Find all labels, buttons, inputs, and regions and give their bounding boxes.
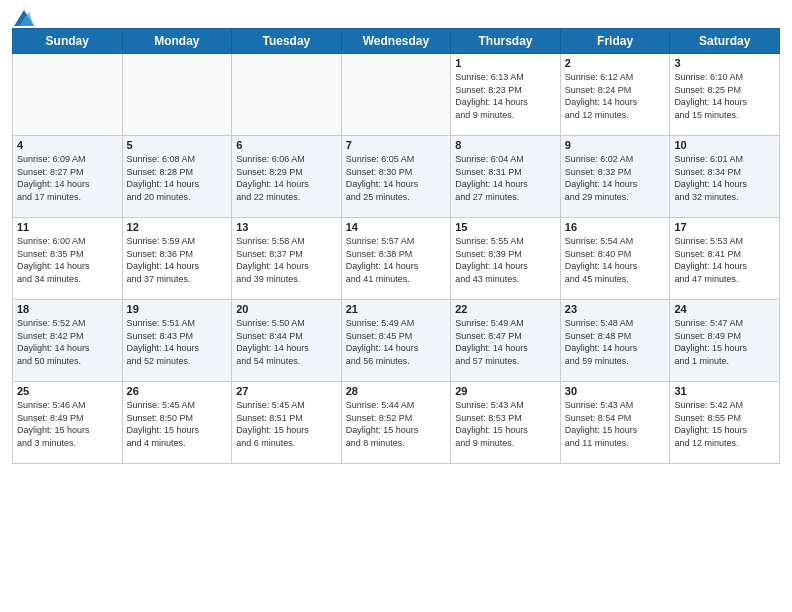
day-number: 5 bbox=[127, 139, 228, 151]
day-number: 22 bbox=[455, 303, 556, 315]
calendar-cell: 13Sunrise: 5:58 AM Sunset: 8:37 PM Dayli… bbox=[232, 218, 342, 300]
calendar-cell: 23Sunrise: 5:48 AM Sunset: 8:48 PM Dayli… bbox=[560, 300, 670, 382]
day-detail: Sunrise: 5:47 AM Sunset: 8:49 PM Dayligh… bbox=[674, 317, 775, 367]
calendar-header-row: SundayMondayTuesdayWednesdayThursdayFrid… bbox=[13, 29, 780, 54]
calendar-cell: 11Sunrise: 6:00 AM Sunset: 8:35 PM Dayli… bbox=[13, 218, 123, 300]
day-detail: Sunrise: 5:42 AM Sunset: 8:55 PM Dayligh… bbox=[674, 399, 775, 449]
day-number: 3 bbox=[674, 57, 775, 69]
calendar-cell: 26Sunrise: 5:45 AM Sunset: 8:50 PM Dayli… bbox=[122, 382, 232, 464]
day-detail: Sunrise: 5:54 AM Sunset: 8:40 PM Dayligh… bbox=[565, 235, 666, 285]
day-number: 23 bbox=[565, 303, 666, 315]
day-header-friday: Friday bbox=[560, 29, 670, 54]
day-detail: Sunrise: 5:55 AM Sunset: 8:39 PM Dayligh… bbox=[455, 235, 556, 285]
day-number: 27 bbox=[236, 385, 337, 397]
day-detail: Sunrise: 6:09 AM Sunset: 8:27 PM Dayligh… bbox=[17, 153, 118, 203]
day-number: 19 bbox=[127, 303, 228, 315]
day-number: 1 bbox=[455, 57, 556, 69]
day-header-monday: Monday bbox=[122, 29, 232, 54]
calendar-cell: 3Sunrise: 6:10 AM Sunset: 8:25 PM Daylig… bbox=[670, 54, 780, 136]
day-detail: Sunrise: 5:43 AM Sunset: 8:54 PM Dayligh… bbox=[565, 399, 666, 449]
day-number: 18 bbox=[17, 303, 118, 315]
day-number: 6 bbox=[236, 139, 337, 151]
day-number: 16 bbox=[565, 221, 666, 233]
calendar-cell bbox=[232, 54, 342, 136]
logo-icon bbox=[14, 10, 34, 26]
calendar-week-3: 11Sunrise: 6:00 AM Sunset: 8:35 PM Dayli… bbox=[13, 218, 780, 300]
day-number: 11 bbox=[17, 221, 118, 233]
calendar-cell: 1Sunrise: 6:13 AM Sunset: 8:23 PM Daylig… bbox=[451, 54, 561, 136]
day-detail: Sunrise: 5:49 AM Sunset: 8:45 PM Dayligh… bbox=[346, 317, 447, 367]
calendar-cell: 9Sunrise: 6:02 AM Sunset: 8:32 PM Daylig… bbox=[560, 136, 670, 218]
day-number: 2 bbox=[565, 57, 666, 69]
day-detail: Sunrise: 6:12 AM Sunset: 8:24 PM Dayligh… bbox=[565, 71, 666, 121]
day-header-sunday: Sunday bbox=[13, 29, 123, 54]
day-detail: Sunrise: 6:04 AM Sunset: 8:31 PM Dayligh… bbox=[455, 153, 556, 203]
calendar-cell: 16Sunrise: 5:54 AM Sunset: 8:40 PM Dayli… bbox=[560, 218, 670, 300]
calendar-cell: 19Sunrise: 5:51 AM Sunset: 8:43 PM Dayli… bbox=[122, 300, 232, 382]
calendar-cell: 8Sunrise: 6:04 AM Sunset: 8:31 PM Daylig… bbox=[451, 136, 561, 218]
day-number: 14 bbox=[346, 221, 447, 233]
day-number: 26 bbox=[127, 385, 228, 397]
day-detail: Sunrise: 6:00 AM Sunset: 8:35 PM Dayligh… bbox=[17, 235, 118, 285]
day-detail: Sunrise: 6:06 AM Sunset: 8:29 PM Dayligh… bbox=[236, 153, 337, 203]
day-detail: Sunrise: 5:58 AM Sunset: 8:37 PM Dayligh… bbox=[236, 235, 337, 285]
calendar-week-1: 1Sunrise: 6:13 AM Sunset: 8:23 PM Daylig… bbox=[13, 54, 780, 136]
calendar-cell: 12Sunrise: 5:59 AM Sunset: 8:36 PM Dayli… bbox=[122, 218, 232, 300]
day-detail: Sunrise: 5:48 AM Sunset: 8:48 PM Dayligh… bbox=[565, 317, 666, 367]
day-number: 9 bbox=[565, 139, 666, 151]
calendar-cell: 17Sunrise: 5:53 AM Sunset: 8:41 PM Dayli… bbox=[670, 218, 780, 300]
day-number: 15 bbox=[455, 221, 556, 233]
calendar-cell: 28Sunrise: 5:44 AM Sunset: 8:52 PM Dayli… bbox=[341, 382, 451, 464]
calendar-cell: 20Sunrise: 5:50 AM Sunset: 8:44 PM Dayli… bbox=[232, 300, 342, 382]
day-number: 10 bbox=[674, 139, 775, 151]
day-detail: Sunrise: 5:45 AM Sunset: 8:50 PM Dayligh… bbox=[127, 399, 228, 449]
calendar-week-4: 18Sunrise: 5:52 AM Sunset: 8:42 PM Dayli… bbox=[13, 300, 780, 382]
calendar-cell: 6Sunrise: 6:06 AM Sunset: 8:29 PM Daylig… bbox=[232, 136, 342, 218]
calendar-cell: 14Sunrise: 5:57 AM Sunset: 8:38 PM Dayli… bbox=[341, 218, 451, 300]
calendar-cell: 27Sunrise: 5:45 AM Sunset: 8:51 PM Dayli… bbox=[232, 382, 342, 464]
day-detail: Sunrise: 5:49 AM Sunset: 8:47 PM Dayligh… bbox=[455, 317, 556, 367]
calendar-cell: 22Sunrise: 5:49 AM Sunset: 8:47 PM Dayli… bbox=[451, 300, 561, 382]
day-detail: Sunrise: 5:57 AM Sunset: 8:38 PM Dayligh… bbox=[346, 235, 447, 285]
logo bbox=[12, 10, 34, 22]
calendar-cell bbox=[122, 54, 232, 136]
calendar-cell: 5Sunrise: 6:08 AM Sunset: 8:28 PM Daylig… bbox=[122, 136, 232, 218]
page-header bbox=[12, 10, 780, 22]
calendar-cell: 18Sunrise: 5:52 AM Sunset: 8:42 PM Dayli… bbox=[13, 300, 123, 382]
day-detail: Sunrise: 6:05 AM Sunset: 8:30 PM Dayligh… bbox=[346, 153, 447, 203]
page-container: SundayMondayTuesdayWednesdayThursdayFrid… bbox=[0, 0, 792, 612]
day-detail: Sunrise: 6:02 AM Sunset: 8:32 PM Dayligh… bbox=[565, 153, 666, 203]
day-number: 20 bbox=[236, 303, 337, 315]
calendar-cell: 2Sunrise: 6:12 AM Sunset: 8:24 PM Daylig… bbox=[560, 54, 670, 136]
day-detail: Sunrise: 6:01 AM Sunset: 8:34 PM Dayligh… bbox=[674, 153, 775, 203]
day-detail: Sunrise: 6:08 AM Sunset: 8:28 PM Dayligh… bbox=[127, 153, 228, 203]
day-detail: Sunrise: 5:43 AM Sunset: 8:53 PM Dayligh… bbox=[455, 399, 556, 449]
day-detail: Sunrise: 5:53 AM Sunset: 8:41 PM Dayligh… bbox=[674, 235, 775, 285]
day-number: 4 bbox=[17, 139, 118, 151]
day-number: 21 bbox=[346, 303, 447, 315]
calendar-cell bbox=[13, 54, 123, 136]
calendar-cell bbox=[341, 54, 451, 136]
day-detail: Sunrise: 5:44 AM Sunset: 8:52 PM Dayligh… bbox=[346, 399, 447, 449]
day-number: 17 bbox=[674, 221, 775, 233]
day-detail: Sunrise: 5:50 AM Sunset: 8:44 PM Dayligh… bbox=[236, 317, 337, 367]
day-header-thursday: Thursday bbox=[451, 29, 561, 54]
day-number: 12 bbox=[127, 221, 228, 233]
day-header-tuesday: Tuesday bbox=[232, 29, 342, 54]
calendar-week-5: 25Sunrise: 5:46 AM Sunset: 8:49 PM Dayli… bbox=[13, 382, 780, 464]
day-number: 28 bbox=[346, 385, 447, 397]
day-detail: Sunrise: 5:52 AM Sunset: 8:42 PM Dayligh… bbox=[17, 317, 118, 367]
calendar-cell: 7Sunrise: 6:05 AM Sunset: 8:30 PM Daylig… bbox=[341, 136, 451, 218]
day-header-wednesday: Wednesday bbox=[341, 29, 451, 54]
calendar-cell: 24Sunrise: 5:47 AM Sunset: 8:49 PM Dayli… bbox=[670, 300, 780, 382]
day-number: 24 bbox=[674, 303, 775, 315]
day-number: 25 bbox=[17, 385, 118, 397]
day-detail: Sunrise: 5:46 AM Sunset: 8:49 PM Dayligh… bbox=[17, 399, 118, 449]
day-number: 8 bbox=[455, 139, 556, 151]
day-number: 31 bbox=[674, 385, 775, 397]
day-header-saturday: Saturday bbox=[670, 29, 780, 54]
calendar-cell: 4Sunrise: 6:09 AM Sunset: 8:27 PM Daylig… bbox=[13, 136, 123, 218]
day-detail: Sunrise: 6:13 AM Sunset: 8:23 PM Dayligh… bbox=[455, 71, 556, 121]
day-detail: Sunrise: 5:45 AM Sunset: 8:51 PM Dayligh… bbox=[236, 399, 337, 449]
day-detail: Sunrise: 5:51 AM Sunset: 8:43 PM Dayligh… bbox=[127, 317, 228, 367]
